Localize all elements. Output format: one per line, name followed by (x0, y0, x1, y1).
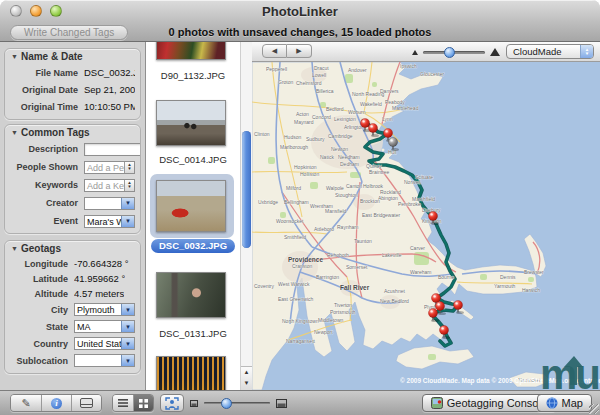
stepper-icon[interactable]: ▲▼ (124, 180, 134, 191)
dropdown-arrow-icon[interactable]: ▼ (121, 304, 134, 315)
thumbnail-label[interactable]: DSC_0131.JPG (146, 328, 240, 339)
title-bar: PhotoLinker Write Changed Tags 0 photos … (0, 0, 600, 42)
map-town-label: West Warwick (278, 281, 310, 287)
zoom-slider-knob[interactable] (444, 47, 455, 58)
resize-grip[interactable] (589, 404, 599, 414)
keywords-combo[interactable]: Add a Keyw▲▼ (84, 179, 135, 192)
creator-dropdown[interactable]: ▼ (84, 197, 135, 210)
photo-thumbnail[interactable] (156, 180, 226, 232)
photolinker-window: PhotoLinker Write Changed Tags 0 photos … (0, 0, 600, 415)
map-town-label: Carver (410, 245, 425, 251)
map-town-label: Lowell (312, 72, 326, 78)
latitude-value: 41.959662 ° (74, 273, 125, 284)
scroll-up-icon[interactable]: ▲ (241, 367, 252, 378)
photo-thumbnail[interactable] (156, 100, 226, 146)
map-town-label: Uxbridge (258, 199, 278, 205)
country-dropdown[interactable]: United State▼ (74, 337, 135, 350)
thumbnail-filename[interactable]: DSC_0014.JPG (159, 154, 227, 165)
thumbnail-filename[interactable]: DSC_0131.JPG (159, 328, 227, 339)
map-town-label: Bourne (438, 274, 454, 280)
minimize-button[interactable] (30, 5, 42, 17)
back-button[interactable]: ◀ (262, 44, 287, 58)
name-date-header[interactable]: ▼Name & Date (5, 49, 140, 64)
map-town-label: Norwell (404, 179, 421, 185)
thumbnail-label[interactable]: D90_1132.JPG (146, 70, 240, 81)
map-town-label: Natick (320, 154, 334, 160)
list-view-button[interactable] (113, 395, 133, 411)
map-town-label: Woburn (348, 109, 366, 115)
city-value: Plymouth (75, 304, 121, 315)
forward-button[interactable]: ▶ (287, 44, 312, 58)
photo-thumbnail[interactable] (156, 272, 226, 318)
city-dropdown[interactable]: Plymouth▼ (74, 303, 135, 316)
map-town-label: Lynn (382, 116, 393, 122)
face-detect-button[interactable] (160, 394, 184, 412)
map-town-label: Barrington (316, 274, 339, 280)
metadata-panel-button[interactable] (71, 395, 101, 411)
geotags-header[interactable]: ▼Geotags (5, 241, 140, 256)
field-label: State (10, 322, 74, 332)
dropdown-arrow-icon[interactable]: ▼ (121, 355, 134, 366)
write-changed-tags-button[interactable]: Write Changed Tags (10, 25, 128, 40)
map-town-label: Pepperell (266, 66, 287, 72)
map-canvas[interactable]: PepperellDracutLowellAndoverIpswichGroto… (252, 62, 600, 390)
map-town-label: Wakefield (360, 101, 382, 107)
file-name-value: DSC_0032.JPG (84, 67, 135, 78)
map-button[interactable]: Map (537, 394, 592, 412)
original-time-row: Original Time10:10:50 PM... (5, 98, 140, 115)
name-date-section: ▼Name & Date File NameDSC_0032.JPG Origi… (4, 48, 141, 120)
grid-view-button[interactable] (133, 395, 153, 411)
close-button[interactable] (10, 5, 22, 17)
map-town-label: Yarmouth (494, 283, 516, 289)
scrollbar-thumb[interactable] (242, 131, 251, 248)
map-town-label: Dracut (314, 65, 329, 71)
dropdown-arrow-icon[interactable]: ▼ (121, 198, 134, 209)
thumbnail-filename[interactable]: D90_1132.JPG (161, 70, 225, 81)
size-slider-track[interactable] (204, 402, 270, 404)
map-town-label: Hopkinton (294, 164, 317, 170)
metadata-sidebar: ▼Name & Date File NameDSC_0032.JPG Origi… (0, 42, 146, 390)
photo-list-scrollbar[interactable]: ▲ ▼ (240, 42, 252, 390)
map-town-label: Rehoboth (327, 252, 349, 258)
field-label: Keywords (10, 180, 84, 190)
map-town-label: Newport (314, 329, 333, 335)
longitude-value: -70.664328 ° (74, 258, 129, 269)
thumbnail-filename[interactable]: DSC_0032.JPG (151, 239, 235, 253)
dropdown-arrow-icon[interactable]: ▼ (121, 321, 134, 332)
event-dropdown[interactable]: Mara's Wedd▼ (84, 215, 135, 228)
people-placeholder: Add a Perso (85, 162, 124, 173)
thumbnail-label[interactable]: DSC_0032.JPG (146, 240, 240, 251)
map-town-label: Lakeville (382, 252, 402, 258)
sublocation-dropdown[interactable]: ▼ (74, 354, 135, 367)
description-input[interactable] (84, 143, 141, 156)
zoom-out-icon[interactable] (412, 50, 418, 55)
dropdown-arrow-icon[interactable]: ▼ (121, 338, 134, 349)
field-label: Longitude (10, 259, 74, 269)
stepper-icon[interactable]: ▲▼ (124, 162, 134, 173)
map-view[interactable]: PepperellDracutLowellAndoverIpswichGroto… (252, 62, 600, 390)
state-dropdown[interactable]: MA▼ (74, 320, 135, 333)
map-town-label: Groton (278, 79, 294, 85)
map-provider-popup[interactable]: CloudMade ▲▼ (506, 44, 594, 59)
map-town-label: Mansfield (325, 208, 347, 214)
map-town-label: Canton (346, 183, 362, 189)
photo-thumbnail[interactable] (156, 356, 226, 390)
geotagging-console-button[interactable]: Geotagging Console (422, 394, 556, 412)
edit-tags-button[interactable]: ✎ (11, 395, 41, 411)
geotags-section: ▼Geotags Longitude-70.664328 ° Latitude4… (4, 240, 141, 374)
zoom-in-icon[interactable] (490, 48, 500, 56)
section-title: Common Tags (21, 127, 90, 138)
map-zoom-slider[interactable] (423, 51, 485, 54)
original-time-value: 10:10:50 PM... (84, 101, 135, 112)
dropdown-arrow-icon[interactable]: ▼ (121, 216, 134, 227)
file-name-row: File NameDSC_0032.JPG (5, 64, 140, 81)
common-tags-header[interactable]: ▼Common Tags (5, 125, 140, 140)
photo-thumbnail[interactable] (156, 42, 226, 60)
info-button[interactable]: i (41, 395, 71, 411)
size-slider-knob[interactable] (221, 398, 232, 409)
scroll-down-icon[interactable]: ▼ (241, 378, 252, 389)
people-shown-combo[interactable]: Add a Perso▲▼ (84, 161, 135, 174)
field-label: Description (10, 144, 84, 154)
zoom-button[interactable] (50, 5, 62, 17)
thumbnail-label[interactable]: DSC_0014.JPG (146, 154, 240, 165)
